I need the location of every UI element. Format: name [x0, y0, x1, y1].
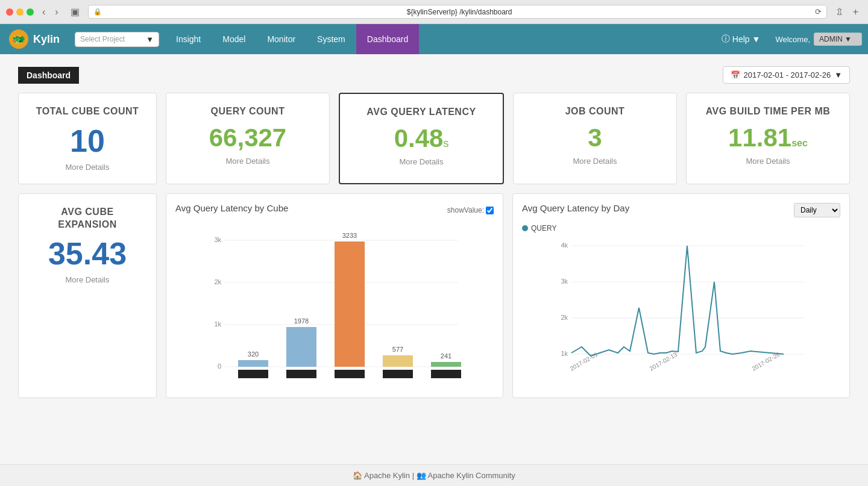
browser-actions: ⇫ +	[832, 5, 862, 19]
bar-3[interactable]	[335, 241, 365, 367]
line-chart: 4k 3k 2k 1k 2017-02-01	[522, 235, 840, 382]
close-dot[interactable]	[6, 8, 13, 16]
job-count-value: 3	[588, 125, 602, 151]
svg-text:3k: 3k	[561, 278, 568, 285]
svg-text:3k: 3k	[214, 236, 221, 243]
reload-button[interactable]: ⟳	[815, 7, 822, 16]
date-chevron-icon: ▼	[834, 70, 842, 79]
stat-avg-build: AVG BUILD TIME PER MB 11.81sec More Deta…	[686, 93, 850, 184]
show-value-checkbox[interactable]	[486, 207, 494, 214]
line-chart-card: Avg Query Latency by Day Daily Weekly Mo…	[512, 193, 850, 398]
svg-text:577: 577	[392, 346, 403, 353]
total-cube-label: TOTAL CUBE COUNT	[36, 105, 139, 118]
address-bar: 🔒 ${kylinServerIp} /kylin/dashboard ⟳	[88, 5, 827, 19]
avg-build-more[interactable]: More Details	[746, 157, 790, 166]
window-resize-button[interactable]: ▣	[67, 5, 83, 19]
project-selector[interactable]: Select Project ▼	[75, 32, 159, 47]
calendar-icon: 📅	[731, 70, 740, 79]
brand-name: Kylin	[33, 33, 60, 46]
legend: QUERY	[522, 224, 840, 232]
legend-dot	[522, 225, 528, 231]
maximize-dot[interactable]	[27, 8, 34, 16]
svg-rect-16	[383, 370, 413, 378]
bar-chart-card: Avg Query Latency by Cube showValue: 3k …	[166, 193, 503, 398]
show-value-label: showValue:	[447, 206, 494, 214]
svg-text:2k: 2k	[561, 314, 568, 321]
apache-kylin-community-link[interactable]: Apache Kylin Community	[428, 471, 515, 480]
nav-dashboard[interactable]: Dashboard	[356, 24, 420, 54]
line-chart-title-row: Avg Query Latency by Day Daily Weekly Mo…	[522, 203, 840, 218]
stat-job-count: JOB COUNT 3 More Details	[513, 93, 677, 184]
stat-query-count: QUERY COUNT 66,327 More Details	[166, 93, 330, 184]
stats-row: TOTAL CUBE COUNT 10 More Details QUERY C…	[18, 93, 850, 184]
avg-build-value: 11.81sec	[728, 125, 808, 151]
bar-chart-svg: 3k 2k 1k 0 320 1978	[175, 224, 494, 387]
share-button[interactable]: ⇫	[832, 5, 847, 19]
stat-total-cube: TOTAL CUBE COUNT 10 More Details	[18, 93, 157, 184]
forward-button[interactable]: ›	[51, 5, 61, 19]
avg-latency-label: AVG QUERY LATENCY	[366, 106, 476, 119]
lock-icon: 🔒	[93, 8, 102, 16]
avg-latency-more[interactable]: More Details	[400, 157, 444, 166]
nav-insight[interactable]: Insight	[165, 24, 212, 54]
query-count-value: 66,327	[209, 125, 286, 151]
browser-nav: ‹ ›	[39, 5, 62, 19]
footer: 🏠 Apache Kylin | 👥 Apache Kylin Communit…	[0, 464, 868, 486]
apache-kylin-link[interactable]: Apache Kylin	[364, 471, 410, 480]
charts-column: Avg Query Latency by Cube showValue: 3k …	[166, 193, 850, 398]
total-cube-more[interactable]: More Details	[66, 163, 110, 172]
user-menu[interactable]: ADMIN ▼	[814, 33, 862, 46]
period-select[interactable]: Daily Weekly Monthly	[794, 203, 840, 217]
stat-avg-expansion: AVG CUBE EXPANSION 35.43 More Details	[18, 193, 157, 398]
footer-home-icon: 🏠	[353, 471, 362, 480]
bar-1[interactable]	[238, 360, 268, 367]
bar-4[interactable]	[383, 355, 413, 367]
bottom-row: AVG CUBE EXPANSION 35.43 More Details Av…	[18, 193, 850, 398]
svg-text:1k: 1k	[214, 320, 221, 328]
line-chart-title: Avg Query Latency by Day	[522, 203, 629, 213]
nav-monitor[interactable]: Monitor	[256, 24, 306, 54]
community-icon: 👥	[417, 471, 426, 480]
bar-5[interactable]	[431, 362, 461, 367]
minimize-dot[interactable]	[16, 8, 24, 16]
date-range-picker[interactable]: 📅 2017-02-01 - 2017-02-26 ▼	[723, 66, 850, 84]
bar-chart: 3k 2k 1k 0 320 1978	[175, 224, 494, 388]
nav-model[interactable]: Model	[212, 24, 256, 54]
welcome-section: Welcome, ADMIN ▼	[769, 24, 868, 54]
total-cube-value: 10	[70, 125, 105, 157]
page-title: Dashboard	[18, 67, 79, 84]
browser-chrome: ‹ › ▣ 🔒 ${kylinServerIp} /kylin/dashboar…	[0, 0, 868, 24]
chevron-down-icon: ▼	[146, 35, 154, 44]
new-tab-button[interactable]: +	[849, 5, 862, 19]
help-button[interactable]: ⓘ Help ▼	[712, 24, 770, 54]
legend-label: QUERY	[531, 224, 556, 232]
query-count-label: QUERY COUNT	[211, 105, 285, 118]
main-content: Dashboard 📅 2017-02-01 - 2017-02-26 ▼ TO…	[0, 54, 868, 464]
user-chevron-icon: ▼	[844, 35, 852, 43]
stat-avg-latency: AVG QUERY LATENCY 0.48s More Details	[339, 93, 504, 184]
svg-text:1978: 1978	[294, 317, 309, 325]
avg-expansion-label: AVG CUBE EXPANSION	[31, 206, 144, 231]
query-count-more[interactable]: More Details	[226, 157, 270, 166]
address-url: ${kylinServerIp} /kylin/dashboard	[104, 8, 815, 16]
navbar-right: ⓘ Help ▼ Welcome, ADMIN ▼	[712, 24, 868, 54]
nav-system[interactable]: System	[306, 24, 356, 54]
avg-build-label: AVG BUILD TIME PER MB	[706, 105, 831, 118]
back-button[interactable]: ‹	[39, 5, 49, 19]
brand-icon: 🐲	[9, 30, 28, 49]
bar-chart-title: Avg Query Latency by Cube	[175, 203, 288, 213]
line-chart-svg: 4k 3k 2k 1k 2017-02-01	[522, 235, 840, 380]
svg-text:3233: 3233	[342, 232, 357, 239]
navbar: 🐲 Kylin Select Project ▼ Insight Model M…	[0, 24, 868, 54]
job-count-label: JOB COUNT	[565, 105, 625, 118]
line-path	[571, 246, 784, 356]
job-count-more[interactable]: More Details	[573, 157, 617, 166]
nav-menu: Insight Model Monitor System Dashboard	[165, 24, 712, 54]
svg-rect-17	[431, 370, 461, 378]
svg-text:2k: 2k	[214, 278, 221, 285]
bar-chart-title-row: Avg Query Latency by Cube showValue:	[175, 203, 494, 218]
svg-text:4k: 4k	[561, 241, 568, 249]
bar-2[interactable]	[286, 327, 316, 367]
top-row: Dashboard 📅 2017-02-01 - 2017-02-26 ▼	[18, 66, 850, 84]
avg-expansion-more[interactable]: More Details	[66, 275, 110, 284]
